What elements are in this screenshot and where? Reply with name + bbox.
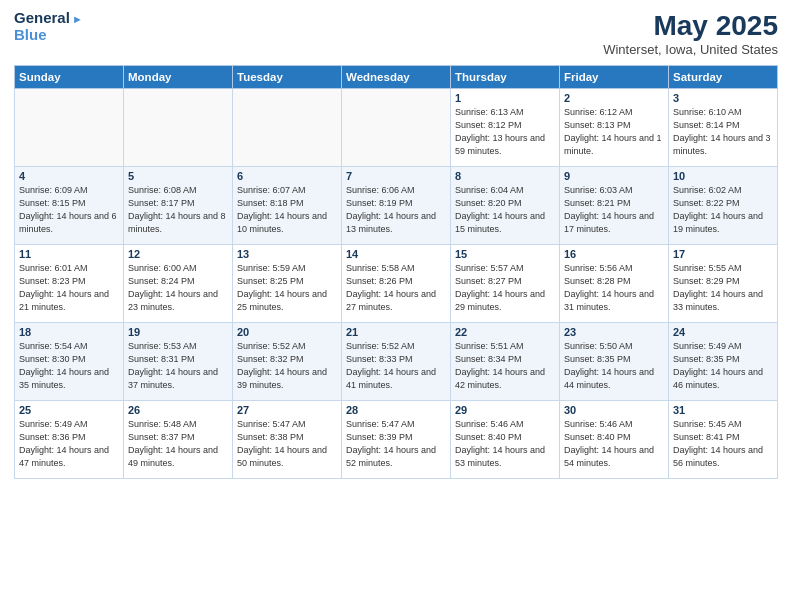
day-cell: 5Sunrise: 6:08 AM Sunset: 8:17 PM Daylig… bbox=[124, 167, 233, 245]
day-cell: 22Sunrise: 5:51 AM Sunset: 8:34 PM Dayli… bbox=[451, 323, 560, 401]
day-cell: 1Sunrise: 6:13 AM Sunset: 8:12 PM Daylig… bbox=[451, 89, 560, 167]
day-cell: 8Sunrise: 6:04 AM Sunset: 8:20 PM Daylig… bbox=[451, 167, 560, 245]
day-cell: 31Sunrise: 5:45 AM Sunset: 8:41 PM Dayli… bbox=[669, 401, 778, 479]
day-cell: 27Sunrise: 5:47 AM Sunset: 8:38 PM Dayli… bbox=[233, 401, 342, 479]
day-number: 2 bbox=[564, 92, 664, 104]
day-cell: 2Sunrise: 6:12 AM Sunset: 8:13 PM Daylig… bbox=[560, 89, 669, 167]
day-cell: 11Sunrise: 6:01 AM Sunset: 8:23 PM Dayli… bbox=[15, 245, 124, 323]
day-number: 10 bbox=[673, 170, 773, 182]
day-number: 31 bbox=[673, 404, 773, 416]
week-row-3: 18Sunrise: 5:54 AM Sunset: 8:30 PM Dayli… bbox=[15, 323, 778, 401]
day-cell: 15Sunrise: 5:57 AM Sunset: 8:27 PM Dayli… bbox=[451, 245, 560, 323]
day-content: Sunrise: 5:46 AM Sunset: 8:40 PM Dayligh… bbox=[455, 418, 555, 470]
day-content: Sunrise: 5:58 AM Sunset: 8:26 PM Dayligh… bbox=[346, 262, 446, 314]
day-content: Sunrise: 6:13 AM Sunset: 8:12 PM Dayligh… bbox=[455, 106, 555, 158]
day-content: Sunrise: 5:45 AM Sunset: 8:41 PM Dayligh… bbox=[673, 418, 773, 470]
day-content: Sunrise: 6:01 AM Sunset: 8:23 PM Dayligh… bbox=[19, 262, 119, 314]
day-number: 12 bbox=[128, 248, 228, 260]
day-number: 30 bbox=[564, 404, 664, 416]
day-content: Sunrise: 6:03 AM Sunset: 8:21 PM Dayligh… bbox=[564, 184, 664, 236]
day-number: 27 bbox=[237, 404, 337, 416]
day-content: Sunrise: 5:51 AM Sunset: 8:34 PM Dayligh… bbox=[455, 340, 555, 392]
day-cell bbox=[233, 89, 342, 167]
day-cell: 3Sunrise: 6:10 AM Sunset: 8:14 PM Daylig… bbox=[669, 89, 778, 167]
day-cell bbox=[342, 89, 451, 167]
day-content: Sunrise: 5:55 AM Sunset: 8:29 PM Dayligh… bbox=[673, 262, 773, 314]
day-number: 25 bbox=[19, 404, 119, 416]
logo-blue: Blue bbox=[14, 27, 83, 44]
week-row-1: 4Sunrise: 6:09 AM Sunset: 8:15 PM Daylig… bbox=[15, 167, 778, 245]
day-content: Sunrise: 5:56 AM Sunset: 8:28 PM Dayligh… bbox=[564, 262, 664, 314]
day-number: 5 bbox=[128, 170, 228, 182]
calendar-table: SundayMondayTuesdayWednesdayThursdayFrid… bbox=[14, 65, 778, 479]
day-number: 1 bbox=[455, 92, 555, 104]
day-number: 18 bbox=[19, 326, 119, 338]
day-content: Sunrise: 5:49 AM Sunset: 8:35 PM Dayligh… bbox=[673, 340, 773, 392]
logo: General► Blue bbox=[14, 10, 83, 43]
header-friday: Friday bbox=[560, 66, 669, 89]
day-number: 9 bbox=[564, 170, 664, 182]
day-cell: 24Sunrise: 5:49 AM Sunset: 8:35 PM Dayli… bbox=[669, 323, 778, 401]
day-content: Sunrise: 6:08 AM Sunset: 8:17 PM Dayligh… bbox=[128, 184, 228, 236]
day-cell: 17Sunrise: 5:55 AM Sunset: 8:29 PM Dayli… bbox=[669, 245, 778, 323]
month-title: May 2025 bbox=[603, 10, 778, 42]
main-container: General► Blue May 2025 Winterset, Iowa, … bbox=[0, 0, 792, 489]
header-tuesday: Tuesday bbox=[233, 66, 342, 89]
day-number: 6 bbox=[237, 170, 337, 182]
day-content: Sunrise: 6:06 AM Sunset: 8:19 PM Dayligh… bbox=[346, 184, 446, 236]
day-cell: 21Sunrise: 5:52 AM Sunset: 8:33 PM Dayli… bbox=[342, 323, 451, 401]
day-number: 20 bbox=[237, 326, 337, 338]
week-row-4: 25Sunrise: 5:49 AM Sunset: 8:36 PM Dayli… bbox=[15, 401, 778, 479]
day-number: 16 bbox=[564, 248, 664, 260]
header-wednesday: Wednesday bbox=[342, 66, 451, 89]
day-cell: 14Sunrise: 5:58 AM Sunset: 8:26 PM Dayli… bbox=[342, 245, 451, 323]
day-cell: 20Sunrise: 5:52 AM Sunset: 8:32 PM Dayli… bbox=[233, 323, 342, 401]
day-cell: 29Sunrise: 5:46 AM Sunset: 8:40 PM Dayli… bbox=[451, 401, 560, 479]
day-cell: 7Sunrise: 6:06 AM Sunset: 8:19 PM Daylig… bbox=[342, 167, 451, 245]
header: General► Blue May 2025 Winterset, Iowa, … bbox=[14, 10, 778, 57]
day-content: Sunrise: 5:49 AM Sunset: 8:36 PM Dayligh… bbox=[19, 418, 119, 470]
day-content: Sunrise: 6:04 AM Sunset: 8:20 PM Dayligh… bbox=[455, 184, 555, 236]
day-content: Sunrise: 5:53 AM Sunset: 8:31 PM Dayligh… bbox=[128, 340, 228, 392]
day-content: Sunrise: 6:09 AM Sunset: 8:15 PM Dayligh… bbox=[19, 184, 119, 236]
day-content: Sunrise: 6:12 AM Sunset: 8:13 PM Dayligh… bbox=[564, 106, 664, 158]
day-number: 15 bbox=[455, 248, 555, 260]
day-content: Sunrise: 6:00 AM Sunset: 8:24 PM Dayligh… bbox=[128, 262, 228, 314]
day-number: 7 bbox=[346, 170, 446, 182]
day-cell: 9Sunrise: 6:03 AM Sunset: 8:21 PM Daylig… bbox=[560, 167, 669, 245]
day-number: 22 bbox=[455, 326, 555, 338]
day-cell: 6Sunrise: 6:07 AM Sunset: 8:18 PM Daylig… bbox=[233, 167, 342, 245]
day-cell: 13Sunrise: 5:59 AM Sunset: 8:25 PM Dayli… bbox=[233, 245, 342, 323]
day-cell: 18Sunrise: 5:54 AM Sunset: 8:30 PM Dayli… bbox=[15, 323, 124, 401]
day-content: Sunrise: 5:47 AM Sunset: 8:39 PM Dayligh… bbox=[346, 418, 446, 470]
day-content: Sunrise: 5:48 AM Sunset: 8:37 PM Dayligh… bbox=[128, 418, 228, 470]
day-cell: 4Sunrise: 6:09 AM Sunset: 8:15 PM Daylig… bbox=[15, 167, 124, 245]
day-cell: 28Sunrise: 5:47 AM Sunset: 8:39 PM Dayli… bbox=[342, 401, 451, 479]
day-number: 19 bbox=[128, 326, 228, 338]
day-cell: 10Sunrise: 6:02 AM Sunset: 8:22 PM Dayli… bbox=[669, 167, 778, 245]
day-content: Sunrise: 6:10 AM Sunset: 8:14 PM Dayligh… bbox=[673, 106, 773, 158]
day-content: Sunrise: 5:57 AM Sunset: 8:27 PM Dayligh… bbox=[455, 262, 555, 314]
day-cell bbox=[124, 89, 233, 167]
day-content: Sunrise: 5:52 AM Sunset: 8:33 PM Dayligh… bbox=[346, 340, 446, 392]
day-number: 17 bbox=[673, 248, 773, 260]
day-number: 3 bbox=[673, 92, 773, 104]
title-block: May 2025 Winterset, Iowa, United States bbox=[603, 10, 778, 57]
day-number: 14 bbox=[346, 248, 446, 260]
header-sunday: Sunday bbox=[15, 66, 124, 89]
day-content: Sunrise: 5:50 AM Sunset: 8:35 PM Dayligh… bbox=[564, 340, 664, 392]
header-saturday: Saturday bbox=[669, 66, 778, 89]
day-content: Sunrise: 5:47 AM Sunset: 8:38 PM Dayligh… bbox=[237, 418, 337, 470]
day-cell: 30Sunrise: 5:46 AM Sunset: 8:40 PM Dayli… bbox=[560, 401, 669, 479]
day-number: 13 bbox=[237, 248, 337, 260]
day-content: Sunrise: 5:54 AM Sunset: 8:30 PM Dayligh… bbox=[19, 340, 119, 392]
week-row-0: 1Sunrise: 6:13 AM Sunset: 8:12 PM Daylig… bbox=[15, 89, 778, 167]
day-cell bbox=[15, 89, 124, 167]
day-cell: 19Sunrise: 5:53 AM Sunset: 8:31 PM Dayli… bbox=[124, 323, 233, 401]
day-cell: 26Sunrise: 5:48 AM Sunset: 8:37 PM Dayli… bbox=[124, 401, 233, 479]
day-number: 11 bbox=[19, 248, 119, 260]
day-number: 23 bbox=[564, 326, 664, 338]
day-number: 26 bbox=[128, 404, 228, 416]
location-subtitle: Winterset, Iowa, United States bbox=[603, 42, 778, 57]
day-content: Sunrise: 6:07 AM Sunset: 8:18 PM Dayligh… bbox=[237, 184, 337, 236]
